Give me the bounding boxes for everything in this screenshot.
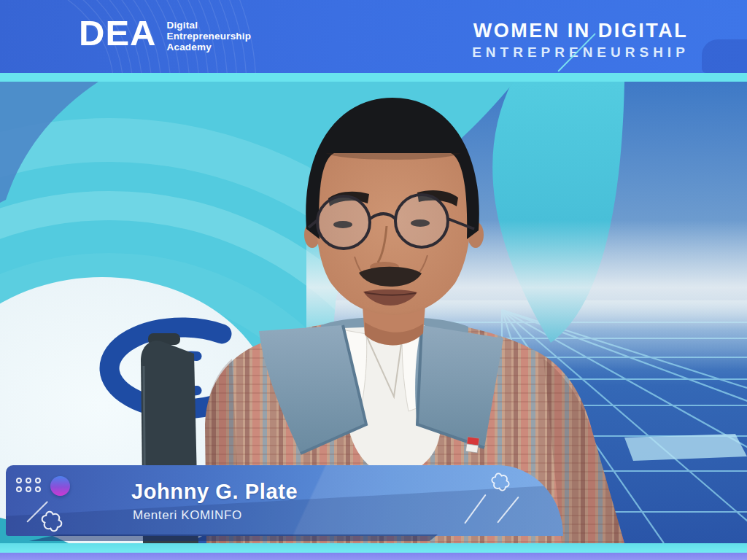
dea-logo-line: Digital (166, 20, 251, 31)
banner-shadow (29, 534, 438, 541)
event-title: WOMEN IN DIGITAL ENTREPRENEURSHIP (438, 20, 724, 61)
broadcast-frame: DEA Digital Entrepreneurship Academy WOM… (0, 0, 747, 560)
cyan-divider-top (0, 73, 747, 82)
dea-logo-line: Entrepreneurship (166, 31, 251, 42)
dea-logo: DEA Digital Entrepreneurship Academy (79, 15, 251, 52)
event-title-line1: WOMEN IN DIGITAL (438, 20, 724, 42)
four-petal-sparkle-icon (490, 472, 511, 492)
gradient-ball-icon (50, 476, 70, 496)
four-petal-sparkle-icon (40, 510, 63, 533)
speaker-name: Johnny G. Plate (131, 480, 298, 504)
dea-logo-caption: Digital Entrepreneurship Academy (166, 20, 251, 52)
indonesia-flag-pin (465, 437, 479, 453)
header-bar: DEA Digital Entrepreneurship Academy WOM… (0, 0, 747, 73)
grid-highlight-tile (624, 434, 747, 461)
header-corner-blob (702, 39, 747, 73)
speaker-role: Menteri KOMINFO (133, 508, 242, 523)
dea-logo-abbr: DEA (79, 15, 156, 51)
purple-footer-bar (0, 553, 747, 560)
cyan-divider-bottom (0, 543, 747, 553)
dea-logo-line: Academy (166, 42, 251, 52)
